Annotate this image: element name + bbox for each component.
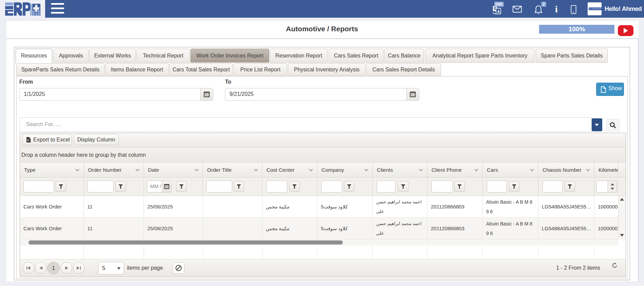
svg-text:A: A bbox=[497, 10, 500, 14]
svg-text:x: x bbox=[27, 138, 29, 142]
